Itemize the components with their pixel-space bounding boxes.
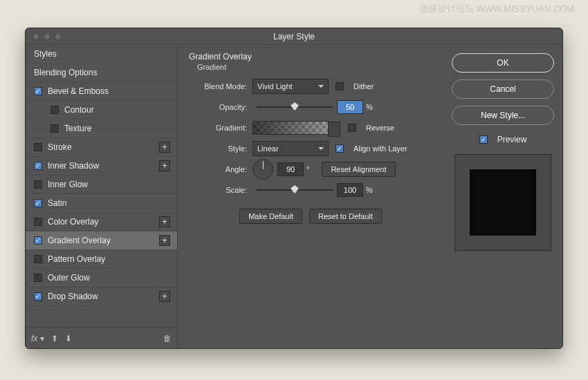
trash-icon[interactable]: 🗑 — [163, 334, 172, 343]
sidebar-item-inner-shadow[interactable]: Inner Shadow+ — [26, 157, 177, 175]
sidebar-item-label: Gradient Overlay — [48, 236, 111, 245]
gradient-label: Gradient: — [189, 124, 252, 132]
preview-checkbox[interactable]: Preview — [452, 135, 554, 144]
sidebar-item-satin[interactable]: Satin — [26, 194, 177, 213]
angle-dial[interactable] — [252, 159, 273, 180]
add-effect-icon[interactable]: + — [159, 216, 170, 227]
styles-sidebar: StylesBlending OptionsBevel & EmbossCont… — [26, 45, 178, 348]
opacity-slider[interactable] — [257, 100, 333, 114]
angle-input[interactable]: 90 — [277, 162, 304, 176]
style-dropdown[interactable]: Linear — [252, 141, 329, 156]
sidebar-item-styles[interactable]: Styles — [26, 45, 177, 64]
sidebar-item-label: Contour — [64, 105, 94, 115]
sidebar-item-drop-shadow[interactable]: Drop Shadow+ — [26, 287, 177, 306]
window-body: StylesBlending OptionsBevel & EmbossCont… — [26, 45, 562, 348]
sidebar-item-contour[interactable]: Contour — [26, 101, 177, 120]
layer-style-window: Layer Style StylesBlending OptionsBevel … — [25, 28, 563, 349]
fx-menu-icon[interactable]: fx ▾ — [31, 334, 44, 343]
sidebar-item-label: Outer Glow — [48, 273, 90, 283]
angle-label: Angle: — [189, 165, 252, 173]
watermark-text: 思缘设计论坛 WWW.MISSYUAN.COM — [420, 3, 574, 15]
sidebar-item-label: Bevel & Emboss — [48, 86, 109, 96]
sidebar-item-label: Texture — [64, 124, 91, 133]
preview-box — [454, 154, 551, 251]
angle-unit: ° — [306, 165, 309, 173]
sidebar-item-stroke[interactable]: Stroke+ — [26, 138, 177, 157]
style-label: Style: — [189, 144, 252, 153]
checkbox-icon[interactable] — [34, 236, 42, 245]
checkbox-icon — [348, 124, 356, 132]
panel-subtitle: Gradient — [197, 63, 432, 71]
dither-checkbox[interactable]: Dither — [336, 82, 374, 91]
preview-label: Preview — [497, 135, 527, 144]
zoom-icon[interactable] — [55, 33, 62, 40]
sidebar-item-inner-glow[interactable]: Inner Glow — [26, 175, 177, 194]
preview-swatch — [470, 169, 536, 236]
sidebar-item-label: Drop Shadow — [48, 292, 98, 301]
percent-unit: % — [366, 186, 373, 194]
reverse-checkbox[interactable]: Reverse — [348, 124, 394, 132]
sidebar-item-color-overlay[interactable]: Color Overlay+ — [26, 213, 177, 231]
close-icon[interactable] — [33, 33, 39, 40]
add-effect-icon[interactable]: + — [159, 235, 170, 246]
add-effect-icon[interactable]: + — [159, 142, 170, 153]
minimize-icon[interactable] — [44, 33, 50, 40]
checkbox-icon[interactable] — [34, 180, 42, 189]
checkbox-icon[interactable] — [34, 218, 42, 226]
sidebar-item-bevel-emboss[interactable]: Bevel & Emboss — [26, 82, 177, 101]
reverse-label: Reverse — [366, 124, 394, 132]
sidebar-item-label: Pattern Overlay — [48, 254, 105, 264]
opacity-input[interactable]: 50 — [337, 100, 363, 114]
checkbox-icon — [336, 144, 344, 153]
blend-mode-label: Blend Mode: — [189, 82, 252, 91]
checkbox-icon[interactable] — [34, 162, 42, 170]
opacity-label: Opacity: — [189, 103, 252, 111]
align-label: Align with Layer — [353, 144, 407, 153]
scale-input[interactable]: 100 — [337, 183, 363, 197]
checkbox-icon[interactable] — [34, 199, 42, 207]
move-down-icon[interactable]: ⬇ — [65, 334, 72, 343]
ok-button[interactable]: OK — [452, 53, 554, 73]
sidebar-item-gradient-overlay[interactable]: Gradient Overlay+ — [26, 231, 177, 250]
checkbox-icon[interactable] — [34, 255, 42, 263]
percent-unit: % — [366, 103, 373, 111]
reset-alignment-button[interactable]: Reset Alignment — [322, 162, 395, 177]
window-title: Layer Style — [26, 28, 562, 45]
checkbox-icon[interactable] — [50, 106, 59, 114]
sidebar-item-pattern-overlay[interactable]: Pattern Overlay — [26, 250, 177, 269]
new-style-button[interactable]: New Style... — [452, 106, 554, 125]
window-controls — [33, 33, 62, 40]
styles-list: StylesBlending OptionsBevel & EmbossCont… — [26, 45, 177, 327]
cancel-button[interactable]: Cancel — [452, 79, 554, 99]
checkbox-icon[interactable] — [34, 143, 42, 151]
right-panel: OK Cancel New Style... Preview — [443, 45, 562, 348]
sidebar-footer: fx ▾ ⬆ ⬇ 🗑 — [26, 327, 177, 348]
settings-panel: Gradient Overlay Gradient Blend Mode: Vi… — [178, 45, 443, 348]
reset-to-default-button[interactable]: Reset to Default — [309, 209, 382, 224]
sidebar-item-label: Satin — [48, 198, 66, 208]
checkbox-icon — [479, 135, 488, 144]
scale-slider[interactable] — [257, 183, 333, 197]
checkbox-icon[interactable] — [34, 292, 42, 301]
gradient-picker[interactable] — [252, 121, 329, 135]
add-effect-icon[interactable]: + — [159, 291, 170, 302]
blend-mode-dropdown[interactable]: Vivid Light — [252, 79, 329, 94]
sidebar-item-blending-options[interactable]: Blending Options — [26, 64, 177, 82]
checkbox-icon[interactable] — [50, 124, 59, 133]
checkbox-icon[interactable] — [34, 274, 42, 282]
move-up-icon[interactable]: ⬆ — [51, 334, 58, 343]
checkbox-icon[interactable] — [34, 87, 42, 95]
dither-label: Dither — [353, 82, 374, 91]
panel-title: Gradient Overlay — [189, 52, 432, 61]
add-effect-icon[interactable]: + — [159, 160, 170, 171]
sidebar-item-label: Color Overlay — [48, 217, 98, 227]
sidebar-item-label: Inner Shadow — [48, 161, 99, 171]
checkbox-icon — [336, 82, 344, 91]
sidebar-item-label: Styles — [34, 49, 57, 59]
sidebar-item-label: Blending Options — [34, 68, 97, 77]
sidebar-item-outer-glow[interactable]: Outer Glow — [26, 269, 177, 287]
make-default-button[interactable]: Make Default — [239, 209, 302, 224]
sidebar-item-texture[interactable]: Texture — [26, 120, 177, 138]
sidebar-item-label: Inner Glow — [48, 180, 88, 189]
align-layer-checkbox[interactable]: Align with Layer — [336, 144, 407, 153]
